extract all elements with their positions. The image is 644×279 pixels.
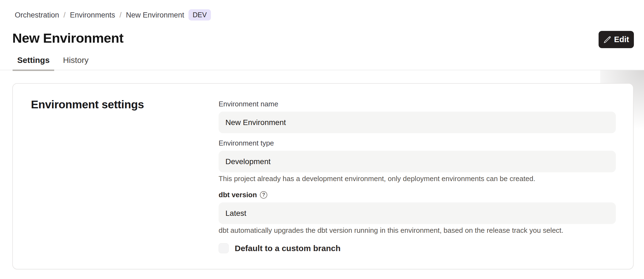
edit-button[interactable]: Edit [599, 31, 634, 48]
tab-history[interactable]: History [58, 56, 93, 71]
breadcrumb-separator: / [63, 10, 66, 20]
dbt-version-label-text: dbt version [219, 190, 257, 199]
environment-settings-card: Environment settings Environment name En… [12, 83, 634, 269]
dbt-version-helper-text: dbt automatically upgrades the dbt versi… [219, 226, 616, 234]
dev-badge: DEV [188, 9, 211, 21]
custom-branch-checkbox[interactable] [219, 243, 229, 253]
breadcrumb-item-orchestration[interactable]: Orchestration [15, 10, 59, 20]
page-title: New Environment [12, 30, 123, 46]
dbt-version-label: dbt version ? [219, 190, 616, 199]
pencil-icon [604, 36, 611, 43]
tab-bar: Settings History [13, 56, 93, 71]
breadcrumb: Orchestration / Environments / New Envir… [15, 9, 211, 21]
environment-type-label: Environment type [219, 139, 616, 147]
environment-type-input[interactable] [219, 151, 616, 172]
edit-button-label: Edit [614, 35, 629, 44]
tab-settings[interactable]: Settings [13, 56, 54, 71]
environment-name-label: Environment name [219, 100, 616, 108]
environment-settings-form: Environment name Environment type This p… [219, 100, 616, 253]
breadcrumb-item-new-environment[interactable]: New Environment [126, 10, 184, 20]
dbt-version-input[interactable] [219, 202, 616, 224]
help-icon[interactable]: ? [260, 191, 267, 199]
breadcrumb-item-environments[interactable]: Environments [70, 10, 115, 20]
custom-branch-row: Default to a custom branch [219, 243, 616, 253]
page: Orchestration / Environments / New Envir… [0, 0, 644, 279]
breadcrumb-separator: / [120, 10, 122, 20]
environment-name-input[interactable] [219, 112, 616, 133]
tabs-divider [0, 70, 644, 70]
card-heading: Environment settings [31, 98, 144, 111]
environment-type-helper-text: This project already has a development e… [219, 175, 616, 183]
custom-branch-label: Default to a custom branch [235, 243, 341, 253]
